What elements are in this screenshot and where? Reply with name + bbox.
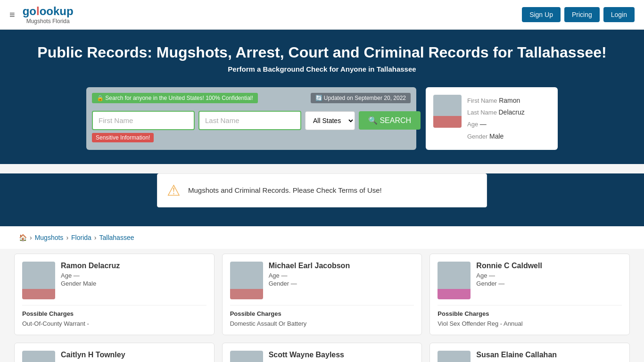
- cards-section: Ramon Delacruz Age — Gender Male Possibl…: [0, 249, 644, 362]
- person-info: Susan Elaine Callahan Age 49: [476, 351, 557, 362]
- breadcrumb-sep3: ›: [94, 234, 97, 241]
- search-inputs: All States Alabama Alaska Arizona Arkans…: [92, 111, 411, 130]
- person-card[interactable]: Caitlyn H Townley Age —: [14, 343, 215, 362]
- site-header: ≡ golookup Mugshots Florida Sign Up Pric…: [0, 0, 644, 30]
- charges-label: Possible Charges: [438, 305, 622, 317]
- breadcrumb-sep2: ›: [66, 234, 68, 241]
- person-name: Caitlyn H Townley: [61, 351, 125, 359]
- confidential-notice: 🔒 Search for anyone in the United States…: [92, 93, 258, 103]
- preview-avatar: [433, 95, 462, 128]
- preview-last-name: Last Name Delacruz: [467, 107, 525, 118]
- person-info: Scott Wayne Bayless Age 52: [269, 351, 344, 362]
- search-button[interactable]: 🔍 SEARCH: [359, 111, 421, 130]
- preview-age: Age —: [467, 118, 525, 130]
- person-card[interactable]: Susan Elaine Callahan Age 49: [429, 343, 630, 362]
- preview-info: First Name Ramon Last Name Delacruz Age …: [467, 95, 525, 142]
- last-name-input[interactable]: [198, 111, 301, 130]
- logo-subtitle: Mugshots Florida: [26, 18, 70, 25]
- person-name: Michael Earl Jacobson: [269, 262, 350, 270]
- hero-section: Public Records: Mugshots, Arrest, Court …: [0, 30, 644, 82]
- breadcrumb-tallahassee[interactable]: Tallahassee: [99, 234, 134, 241]
- preview-gender: Gender Male: [467, 131, 525, 142]
- person-gender: Gender Male: [61, 280, 120, 287]
- breadcrumb-florida[interactable]: Florida: [71, 234, 91, 241]
- person-info: Michael Earl Jacobson Age — Gender —: [269, 262, 350, 299]
- person-top: Ramon Delacruz Age — Gender Male: [22, 262, 206, 299]
- person-card[interactable]: Ronnie C Caldwell Age — Gender — Possibl…: [429, 254, 630, 335]
- breadcrumb-section: 🏠 › Mugshots › Florida › Tallahassee: [0, 226, 644, 249]
- person-top: Scott Wayne Bayless Age 52: [230, 351, 414, 362]
- person-info: Caitlyn H Townley Age —: [61, 351, 125, 362]
- person-info: Ramon Delacruz Age — Gender Male: [61, 262, 120, 299]
- cards-grid: Ramon Delacruz Age — Gender Male Possibl…: [14, 254, 630, 362]
- person-avatar: [230, 351, 263, 362]
- person-top: Caitlyn H Townley Age —: [22, 351, 206, 362]
- person-avatar: [438, 351, 471, 362]
- charge-text: Viol Sex Offender Reg - Annual: [438, 320, 622, 327]
- signup-button[interactable]: Sign Up: [522, 7, 561, 22]
- header-buttons: Sign Up Pricing Login: [522, 7, 635, 22]
- breadcrumb-mugshots[interactable]: Mugshots: [35, 234, 64, 241]
- header-left: ≡ golookup Mugshots Florida: [9, 5, 74, 25]
- person-card[interactable]: Scott Wayne Bayless Age 52: [222, 343, 422, 362]
- person-avatar: [230, 262, 263, 299]
- person-avatar: [22, 351, 55, 362]
- logo: golookup Mugshots Florida: [23, 5, 74, 25]
- person-card[interactable]: Ramon Delacruz Age — Gender Male Possibl…: [14, 254, 215, 335]
- preview-first-name: First Name Ramon: [467, 95, 525, 107]
- first-name-input[interactable]: [92, 111, 195, 130]
- state-select[interactable]: All States Alabama Alaska Arizona Arkans…: [305, 111, 355, 130]
- preview-card: First Name Ramon Last Name Delacruz Age …: [426, 87, 558, 150]
- hero-subtitle: Perform a Background Check for Anyone in…: [9, 65, 635, 73]
- charge-text: Domestic Assault Or Battery: [230, 320, 414, 327]
- person-info: Ronnie C Caldwell Age — Gender —: [476, 262, 542, 299]
- hero-title: Public Records: Mugshots, Arrest, Court …: [9, 44, 635, 61]
- alert-text: Mugshots and Criminal Records. Please Ch…: [188, 186, 382, 194]
- person-age: Age —: [61, 272, 120, 279]
- search-notices: 🔒 Search for anyone in the United States…: [92, 93, 411, 107]
- breadcrumb-sep1: ›: [30, 234, 32, 241]
- person-age: Age —: [269, 272, 350, 279]
- person-name: Scott Wayne Bayless: [269, 351, 344, 359]
- person-top: Susan Elaine Callahan Age 49: [438, 351, 622, 362]
- person-name: Ramon Delacruz: [61, 262, 120, 270]
- logo-text: golookup: [23, 5, 74, 18]
- person-name: Susan Elaine Callahan: [476, 351, 557, 359]
- alert-bar: ⚠ Mugshots and Criminal Records. Please …: [157, 173, 487, 207]
- person-avatar: [22, 262, 55, 299]
- search-section: 🔒 Search for anyone in the United States…: [0, 82, 644, 164]
- pricing-button[interactable]: Pricing: [564, 7, 600, 22]
- person-card[interactable]: Michael Earl Jacobson Age — Gender — Pos…: [222, 254, 422, 335]
- breadcrumb-home[interactable]: 🏠: [19, 234, 27, 241]
- updated-notice: 🔄 Updated on September 20, 2022: [311, 93, 411, 103]
- person-top: Michael Earl Jacobson Age — Gender —: [230, 262, 414, 299]
- person-gender: Gender —: [269, 280, 350, 287]
- person-age: Age —: [476, 272, 542, 279]
- person-name: Ronnie C Caldwell: [476, 262, 542, 270]
- warning-icon: ⚠: [167, 181, 181, 199]
- search-box: 🔒 Search for anyone in the United States…: [86, 87, 416, 150]
- person-top: Ronnie C Caldwell Age — Gender —: [438, 262, 622, 299]
- hamburger-menu[interactable]: ≡: [9, 9, 15, 20]
- person-avatar: [438, 262, 471, 299]
- login-button[interactable]: Login: [603, 7, 635, 22]
- charges-label: Possible Charges: [230, 305, 414, 317]
- charge-text: Out-Of-County Warrant -: [22, 320, 206, 327]
- sensitive-badge: Sensitive Information!: [92, 133, 154, 142]
- charges-label: Possible Charges: [22, 305, 206, 317]
- breadcrumb: 🏠 › Mugshots › Florida › Tallahassee: [19, 234, 625, 241]
- person-gender: Gender —: [476, 280, 542, 287]
